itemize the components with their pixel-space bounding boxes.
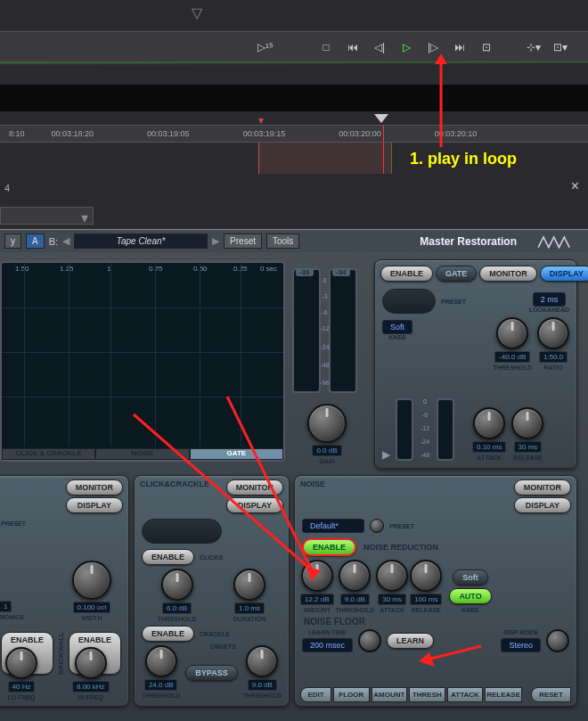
learn-time-value[interactable]: 200 msec <box>302 638 353 652</box>
timeline-selection[interactable] <box>258 143 392 174</box>
noise-release-knob[interactable] <box>410 560 442 592</box>
gate-attack-label: ATTACK <box>477 455 502 461</box>
gate-preset-slider[interactable] <box>382 289 436 314</box>
arrow-2-4 <box>129 392 334 588</box>
hifreq-knob[interactable] <box>75 647 107 679</box>
noise-display-button[interactable]: DISPLAY <box>514 497 571 513</box>
spectrum-tick: 1.25 <box>60 265 74 273</box>
meter-tick: -6 <box>322 309 327 315</box>
crackle-title: CRACKLE <box>200 631 230 637</box>
tab-floor[interactable]: FLOOR <box>333 687 370 702</box>
preset-name-display[interactable]: Tape Clean* <box>74 234 208 249</box>
noise-knee-value[interactable]: Soft <box>453 569 488 586</box>
stop-button[interactable]: □ <box>316 37 336 57</box>
lofreq-knob[interactable] <box>5 647 37 679</box>
brickwall-label: BRICKWALL <box>57 632 65 675</box>
gate-threshold-label: THRESHOLD <box>493 365 532 371</box>
meter-tick: -6 <box>422 412 428 418</box>
meter-tick: -48 <box>421 452 429 458</box>
noise-preset-knob[interactable] <box>370 519 384 533</box>
onsets-threshold-value: 9.0 dB <box>248 679 277 691</box>
tab-amount[interactable]: AMOUNT <box>372 687 408 702</box>
gate-knee-value[interactable]: Soft <box>382 320 412 334</box>
tab-label[interactable]: 4 <box>4 183 10 193</box>
crackle-enable-button[interactable]: ENABLE <box>142 626 194 642</box>
reset-button[interactable]: RESET <box>531 687 571 702</box>
play-button[interactable]: ▷ <box>396 37 416 57</box>
harmonics-width-knob[interactable] <box>72 561 111 600</box>
noise-attack-label: ATTACK <box>380 607 404 613</box>
meter-left-header: -33 <box>296 268 314 276</box>
loop-button[interactable]: ⊡ <box>477 37 496 57</box>
rewind-button[interactable]: ⏮ <box>343 37 363 57</box>
noise-monitor-button[interactable]: MONITOR <box>514 479 571 496</box>
tools-button[interactable]: Tools <box>266 234 299 249</box>
noise-threshold-knob[interactable] <box>339 560 371 592</box>
gate-ratio-knob[interactable] <box>537 317 569 349</box>
gate-display-button[interactable]: DISPLAY <box>540 266 588 282</box>
transport-bar: ▷¹⁵ □ ⏮ ◁| ▷ |▷ ⏭ ⊡ ⊹▾ ⊡▾ <box>0 31 588 62</box>
crackle-threshold-knob[interactable] <box>145 645 177 677</box>
header-y-button[interactable]: y <box>4 234 21 249</box>
clicks-threshold-label: THRESHOLD <box>158 616 197 622</box>
meter-tick: 0 <box>423 398 427 405</box>
timeline-ruler[interactable]: 8:10 00:03:18:20 00:03:19:05 00:03:19:15… <box>0 125 588 143</box>
meter-tick: -12 <box>320 325 329 332</box>
gate-module: ENABLE GATE MONITOR DISPLAY PRESET 2 ms … <box>374 259 577 469</box>
noise-attack-knob[interactable] <box>376 560 408 592</box>
onsets-threshold-knob[interactable] <box>246 645 278 677</box>
play15-button[interactable]: ▷¹⁵ <box>256 37 275 57</box>
clicks-duration-value: 1.0 ms <box>234 602 265 614</box>
harmonics-width-value: 0.100 oct <box>73 602 111 613</box>
tab-thresh[interactable]: THRESH <box>409 687 445 702</box>
tools2-button[interactable]: ⊡▾ <box>551 37 570 57</box>
clicks-duration-label: DURATION <box>233 616 265 622</box>
clicks-threshold-value: 6.0 dB <box>162 602 192 614</box>
noise-attack-value: 30 ms <box>378 594 406 605</box>
edit-button[interactable]: EDIT <box>300 687 331 702</box>
wave-arts-logo <box>535 234 579 250</box>
disp-mode-value[interactable]: Stereo <box>501 638 541 652</box>
gate-attack-knob[interactable] <box>473 407 505 439</box>
tools1-button[interactable]: ⊹▾ <box>524 37 543 57</box>
header-b-label: B: <box>49 236 58 247</box>
harmonics-preset-label: PRESET <box>1 520 26 527</box>
header-a-button[interactable]: A <box>26 234 45 249</box>
noise-reduction-title: NOISE REDUCTION <box>363 543 438 552</box>
gate-release-label: RELEASE <box>513 455 543 461</box>
annotation-1: 1. play in loop <box>410 150 517 168</box>
meter-tick: -24 <box>421 438 429 445</box>
timeline-tick: 00:03:19:05 <box>147 129 190 138</box>
spectrum-tab-click[interactable]: CLICK & CRACKLE <box>2 448 95 460</box>
gate-ratio-label: RATIO <box>543 365 562 371</box>
learn-time-knob[interactable] <box>358 629 381 652</box>
hifreq-label: HI FREQ <box>78 694 103 701</box>
svg-line-4 <box>134 414 312 570</box>
gate-enable-button[interactable]: ENABLE <box>380 266 433 282</box>
harmonics-display-button[interactable]: DISPLAY <box>66 497 123 513</box>
preset-button[interactable]: Preset <box>224 234 262 249</box>
gate-monitor-button[interactable]: MONITOR <box>479 266 536 282</box>
gate-knee-label: KNEE <box>382 334 412 340</box>
tab-attack[interactable]: ATTACK <box>447 687 484 702</box>
noise-amount-label: AMOUNT <box>303 607 331 613</box>
gate-preset-label: PRESET <box>441 299 466 305</box>
gate-release-knob[interactable] <box>511 407 543 439</box>
tab-release[interactable]: RELEASE <box>485 687 522 702</box>
plugin-title: Master Restoration <box>420 235 517 248</box>
preset-dropdown[interactable]: ▾ <box>0 207 94 225</box>
arrow-1 <box>428 53 454 152</box>
svg-line-2 <box>227 397 312 570</box>
prev-button[interactable]: ◁| <box>370 37 389 57</box>
gate-lookahead-value[interactable]: 2 ms <box>533 292 567 307</box>
harmonics-monitor-button[interactable]: MONITOR <box>66 479 123 496</box>
noise-auto-button[interactable]: AUTO <box>449 588 491 604</box>
gate-threshold-knob[interactable] <box>496 317 528 349</box>
gate-threshold-value: -40.0 dB <box>494 351 530 363</box>
learn-time-label: LEARN TIME <box>302 629 353 635</box>
close-icon[interactable]: × <box>571 178 579 194</box>
bypass-button[interactable]: BYPASS <box>185 665 237 681</box>
disp-mode-label: DISP MODE <box>501 629 541 635</box>
meter-tick: 0 <box>323 277 327 283</box>
disp-mode-knob[interactable] <box>546 629 569 652</box>
